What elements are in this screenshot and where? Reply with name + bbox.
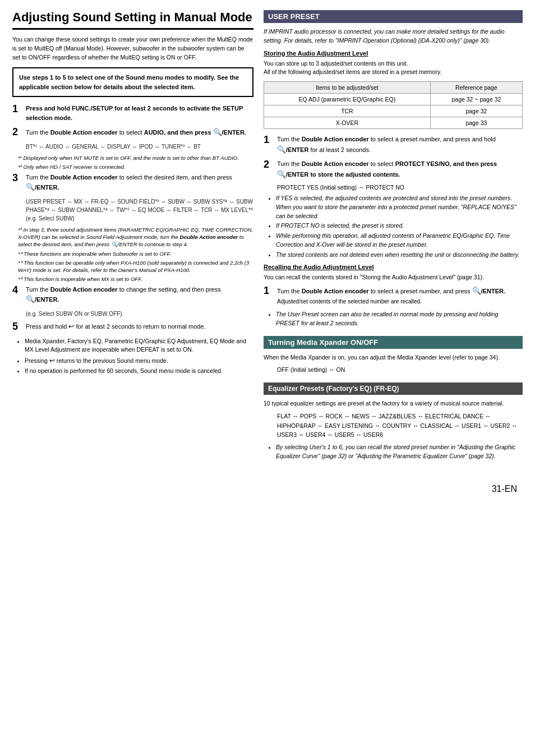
table-cell-eq: EQ ADJ (parametric EQ/Graphic EQ) xyxy=(264,94,431,105)
step-4-num: 4 xyxy=(12,285,21,296)
step-1-content: Press and hold FUNC./SETUP for at least … xyxy=(26,104,253,122)
recalling-title: Recalling the Audio Adjustment Level xyxy=(264,264,523,270)
storing-bullet-1: If YES is selected, the adjusted content… xyxy=(276,194,523,220)
user-preset-intro: If IMPRINT audio processor is connected,… xyxy=(264,27,523,45)
table-row: EQ ADJ (parametric EQ/Graphic EQ) page 3… xyxy=(264,94,523,105)
recalling-bullets: The User Preset screen can also be recal… xyxy=(269,310,523,328)
footnote-6: *⁶ This function is inoperable when MX i… xyxy=(18,275,253,283)
storing-step-2-num: 2 xyxy=(264,159,273,170)
step-2-sub: BT*¹ ↔ AUDIO ↔ GENERAL ↔ DISPLAY ↔ IPOD … xyxy=(26,142,253,151)
recalling-step-1: 1 Turn the Double Action encoder to sele… xyxy=(264,285,523,306)
eq-presets-bullets: By selecting User's 1 to 6, you can reca… xyxy=(269,443,523,461)
step-2: 2 Turn the Double Action encoder to sele… xyxy=(12,127,253,138)
step-4: 4 Turn the Double Action encoder to chan… xyxy=(12,285,253,305)
footnote-3: *³ In step 3, three sound adjustment ite… xyxy=(18,226,253,248)
page-suffix: -EN xyxy=(501,484,517,494)
storing-step-2-content: Turn the Double Action encoder to select… xyxy=(277,159,523,179)
storing-step-1-num: 1 xyxy=(264,135,273,146)
step-5: 5 Press and hold ↩ for at least 2 second… xyxy=(12,321,253,333)
recalling-step-1-num: 1 xyxy=(264,285,273,297)
storing-bullets: If YES is selected, the adjusted content… xyxy=(269,194,523,259)
page-title: Adjusting Sound Setting in Manual Mode xyxy=(12,10,253,30)
intro-text: You can change these sound settings to c… xyxy=(12,35,253,62)
footnote-5: *⁵ This function can be operable only wh… xyxy=(18,259,253,274)
right-column: USER PRESET If IMPRINT audio processor i… xyxy=(264,10,523,496)
storing-bullet-4: The stored contents are not deleted even… xyxy=(276,251,523,260)
user-preset-section: USER PRESET If IMPRINT audio processor i… xyxy=(264,10,523,328)
eq-chain: FLAT ↔ POPS ↔ ROCK ↔ NEWS ↔ JAZZ&BLUES ↔… xyxy=(277,412,523,440)
bullet-1: Media Xpander, Factory's EQ, Parametric … xyxy=(25,337,253,355)
table-cell-tcr: TCR xyxy=(264,105,431,117)
storing-step-1: 1 Turn the Double Action encoder to sele… xyxy=(264,135,523,155)
bold-instruction-box: Use steps 1 to 5 to select one of the So… xyxy=(12,67,253,97)
table-cell-xover: X-OVER xyxy=(264,117,431,129)
storing-title: Storing the Audio Adjustment Level xyxy=(264,50,523,57)
eq-presets-header: Equalizer Presets (Factory's EQ) (FR-EQ) xyxy=(264,382,523,395)
step-4-sub: (e.g. Select SUBW ON or SUBW OFF) xyxy=(26,310,253,318)
bullet-3: If no operation is performed for 60 seco… xyxy=(25,367,253,376)
table-row: X-OVER page 33 xyxy=(264,117,523,129)
step-4-content: Turn the Double Action encoder to change… xyxy=(26,285,253,305)
storing-bullet-3: While performing this operation, all adj… xyxy=(276,232,523,250)
recalling-bullet-1: The User Preset screen can also be recal… xyxy=(276,310,523,328)
eq-presets-body: 10 typical equalizer settings are preset… xyxy=(264,399,523,408)
eq-presets-bullet-1: By selecting User's 1 to 6, you can reca… xyxy=(276,443,523,461)
step-3-sub: USER PRESET ↔ MX ↔ FR-EQ ↔ SOUND FIELD*³… xyxy=(26,197,253,223)
step-3-num: 3 xyxy=(12,173,21,184)
step-2-num: 2 xyxy=(12,127,21,138)
storing-step-2: 2 Turn the Double Action encoder to sele… xyxy=(264,159,523,179)
turning-media-chain: OFF (Initial setting) ↔ ON xyxy=(277,365,523,375)
left-column: Adjusting Sound Setting in Manual Mode Y… xyxy=(12,10,253,496)
footnote-2: *² Only when HD / SAT receiver is connec… xyxy=(18,163,253,170)
page-num: 31 xyxy=(492,484,502,494)
step-2-content: Turn the Double Action encoder to select… xyxy=(26,127,253,138)
step-5-content: Press and hold ↩ for at least 2 seconds … xyxy=(26,321,253,331)
recalling-step-1-content: Turn the Double Action encoder to select… xyxy=(277,285,523,306)
storing-step-1-content: Turn the Double Action encoder to select… xyxy=(277,135,523,155)
table-header-items: Items to be adjusted/set xyxy=(264,82,431,94)
turning-media-section: Turning Media Xpander ON/OFF When the Me… xyxy=(264,336,523,375)
step-1: 1 Press and hold FUNC./SETUP for at leas… xyxy=(12,104,253,122)
footnote-4: *⁴ These functions are inoperable when S… xyxy=(18,250,253,257)
table-row: TCR page 32 xyxy=(264,105,523,117)
turning-media-body: When the Media Xpander is on, you can ad… xyxy=(264,353,523,362)
eq-presets-section: Equalizer Presets (Factory's EQ) (FR-EQ)… xyxy=(264,382,523,461)
step-5-num: 5 xyxy=(12,321,21,333)
table-cell-xover-page: page 33 xyxy=(430,117,522,129)
table-cell-tcr-page: page 32 xyxy=(430,105,522,117)
page-number-container: 31-EN xyxy=(264,478,523,496)
recalling-body: You can recall the contents stored in "S… xyxy=(264,273,523,282)
storing-body: You can store up to 3 adjusted/set conte… xyxy=(264,59,523,77)
storing-bullet-2: If PROTECT NO is selected, the preset is… xyxy=(276,222,523,231)
step-1-num: 1 xyxy=(12,104,21,115)
table-cell-eq-page: page 32 ~ page 32 xyxy=(430,94,522,105)
footnote-1: *¹ Displayed only when INT MUTE is set t… xyxy=(18,154,253,162)
step-3: 3 Turn the Double Action encoder to sele… xyxy=(12,173,253,193)
step-3-content: Turn the Double Action encoder to select… xyxy=(26,173,253,193)
protect-line: PROTECT YES (Initial setting) ↔ PROTECT … xyxy=(277,184,523,191)
storing-table: Items to be adjusted/set Reference page … xyxy=(264,81,523,129)
table-header-ref: Reference page xyxy=(430,82,522,94)
bullet-2: Pressing ↩ returns to the previous Sound… xyxy=(25,356,253,366)
bottom-bullets: Media Xpander, Factory's EQ, Parametric … xyxy=(18,337,253,376)
bold-instruction: Use steps 1 to 5 to select one of the So… xyxy=(19,74,239,90)
turning-media-header: Turning Media Xpander ON/OFF xyxy=(264,336,523,349)
user-preset-header: USER PRESET xyxy=(264,10,523,23)
